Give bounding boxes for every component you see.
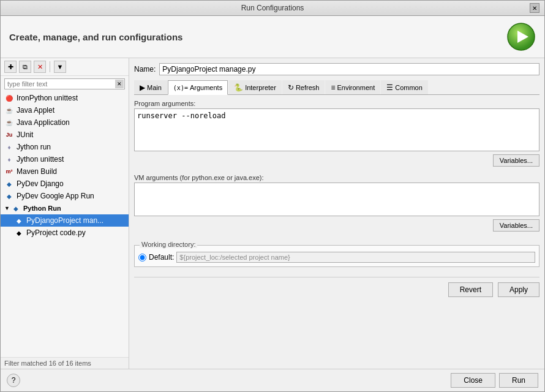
program-args-block: Variables...: [134, 108, 539, 153]
close-button[interactable]: Close: [451, 373, 495, 388]
filter-input[interactable]: [4, 78, 125, 89]
footer-buttons: Close Run: [451, 373, 538, 388]
page-title: Create, manage, and run configurations: [9, 32, 182, 42]
footer: ? Close Run: [1, 369, 544, 391]
vm-args-block: Variables...: [134, 183, 539, 218]
tree-item-label: JUnit: [17, 130, 33, 139]
tab-main[interactable]: ▶ Main: [134, 80, 167, 94]
program-args-label: Program arguments:: [134, 100, 539, 107]
jython-run-icon: ♦: [4, 142, 14, 152]
tree-item-pydjango-project[interactable]: ◆ PyDjangoProject man...: [1, 214, 129, 227]
main-content: ✚ ⧉ ✕ ▼ ✕ 🔴 IronPython unittest ☕ Java A…: [1, 58, 544, 369]
tree-item-pydev-django[interactable]: ◆ PyDev Django: [1, 178, 129, 190]
java-application-icon: ☕: [4, 118, 14, 127]
python-run-icon: ◆: [11, 203, 21, 213]
close-icon[interactable]: ✕: [530, 3, 539, 13]
interpreter-tab-icon: 🐍: [234, 83, 243, 92]
filter-button[interactable]: ▼: [54, 61, 66, 73]
filter-clear-button[interactable]: ✕: [115, 80, 124, 88]
tree-item-label: Jython run: [17, 143, 51, 151]
tree-item-junit[interactable]: Ju JUnit: [1, 129, 129, 141]
vm-args-input[interactable]: [134, 183, 539, 216]
toolbar-separator: [50, 61, 50, 72]
vm-args-label: VM arguments (for python.exe or java.exe…: [134, 174, 539, 181]
tab-main-label: Main: [147, 84, 162, 91]
pydev-django-icon: ◆: [4, 179, 14, 189]
tree-item-label: PyDev Google App Run: [17, 192, 94, 200]
program-args-section: Program arguments: Variables...: [134, 100, 539, 167]
default-radio[interactable]: [138, 254, 146, 262]
revert-button[interactable]: Revert: [448, 282, 493, 297]
default-radio-row: Default:: [138, 252, 535, 263]
left-panel: ✚ ⧉ ✕ ▼ ✕ 🔴 IronPython unittest ☕ Java A…: [1, 58, 129, 369]
ironpython-icon: 🔴: [4, 93, 14, 103]
new-configuration-button[interactable]: ✚: [4, 61, 17, 73]
run-configurations-dialog: Run Configurations ✕ Create, manage, and…: [0, 0, 545, 392]
run-button-icon[interactable]: [506, 22, 536, 51]
tab-interpreter-label: Interpreter: [245, 84, 276, 91]
name-label: Name:: [134, 65, 156, 74]
pyproject-icon: ◆: [14, 228, 24, 238]
delete-configuration-button[interactable]: ✕: [34, 61, 46, 73]
header-area: Create, manage, and run configurations: [1, 16, 544, 58]
working-dir-title: Working directory:: [140, 241, 197, 248]
tree-group-label: Python Run: [23, 205, 61, 212]
apply-button[interactable]: Apply: [498, 282, 539, 297]
duplicate-configuration-button[interactable]: ⧉: [19, 61, 31, 73]
tab-refresh-label: Refresh: [296, 84, 320, 91]
main-tab-icon: ▶: [140, 83, 145, 92]
program-args-input[interactable]: [134, 108, 539, 151]
tree-item-label: Java Applet: [17, 106, 55, 115]
default-radio-label: Default:: [149, 253, 174, 262]
tree-item-label: IronPython unittest: [17, 94, 78, 102]
tab-arguments-label: Arguments: [190, 84, 222, 91]
tree-item-label: PyProject code.py: [26, 228, 86, 237]
maven-icon: m²: [4, 167, 14, 176]
tabs-bar: ▶ Main (x)= Arguments 🐍 Interpreter ↻ Re…: [134, 80, 539, 95]
vm-args-variables-button[interactable]: Variables...: [493, 219, 539, 232]
tree-item-java-applet[interactable]: ☕ Java Applet: [1, 104, 129, 116]
arguments-tab-icon: (x)=: [173, 85, 188, 91]
tree-item-label: Java Application: [17, 118, 70, 127]
tab-common-label: Common: [395, 84, 423, 91]
name-input[interactable]: [159, 63, 539, 75]
tree-item-label: PyDjangoProject man...: [26, 216, 103, 225]
tab-interpreter[interactable]: 🐍 Interpreter: [228, 80, 282, 94]
tree-item-jython-unittest[interactable]: ♦ Jython unittest: [1, 153, 129, 165]
working-dir-input[interactable]: [176, 252, 535, 263]
tree-item-pydev-google-app-run[interactable]: ◆ PyDev Google App Run: [1, 190, 129, 202]
expand-arrow-icon: ▼: [4, 205, 10, 211]
refresh-tab-icon: ↻: [288, 83, 294, 92]
pydev-google-app-run-icon: ◆: [4, 191, 14, 201]
vm-args-section: VM arguments (for python.exe or java.exe…: [134, 174, 539, 232]
environment-tab-icon: ≡: [331, 83, 335, 92]
tree-group-python-run[interactable]: ▼ ◆ Python Run: [1, 202, 129, 214]
common-tab-icon: ☰: [386, 83, 393, 92]
tree-item-label: PyDev Django: [17, 179, 64, 188]
title-bar: Run Configurations ✕: [1, 1, 544, 16]
junit-icon: Ju: [4, 130, 14, 140]
name-row: Name:: [134, 63, 539, 75]
tab-environment[interactable]: ≡ Environment: [325, 80, 380, 94]
tree-item-maven-build[interactable]: m² Maven Build: [1, 165, 129, 178]
tree-item-label: Jython unittest: [17, 155, 64, 164]
jython-unittest-icon: ♦: [4, 154, 14, 164]
tab-environment-label: Environment: [337, 84, 375, 91]
working-dir-section: Working directory: Default:: [134, 245, 539, 267]
tab-arguments[interactable]: (x)= Arguments: [168, 80, 228, 95]
tree-item-jython-run[interactable]: ♦ Jython run: [1, 141, 129, 153]
filter-box: ✕: [4, 78, 125, 89]
dialog-title: Run Configurations: [15, 4, 530, 12]
run-button[interactable]: Run: [499, 373, 538, 388]
bottom-buttons: Revert Apply: [134, 277, 539, 297]
tab-common[interactable]: ☰ Common: [381, 80, 428, 94]
tree-item-ironpython-unittest[interactable]: 🔴 IronPython unittest: [1, 92, 129, 104]
tab-refresh[interactable]: ↻ Refresh: [282, 80, 325, 94]
tree-item-java-application[interactable]: ☕ Java Application: [1, 116, 129, 129]
left-toolbar: ✚ ⧉ ✕ ▼: [1, 58, 129, 76]
help-button[interactable]: ?: [7, 374, 20, 387]
tree-item-pyproject-code[interactable]: ◆ PyProject code.py: [1, 227, 129, 239]
filter-status: Filter matched 16 of 16 items: [1, 357, 129, 369]
tree-area: 🔴 IronPython unittest ☕ Java Applet ☕ Ja…: [1, 92, 129, 357]
program-args-variables-button[interactable]: Variables...: [493, 154, 539, 167]
